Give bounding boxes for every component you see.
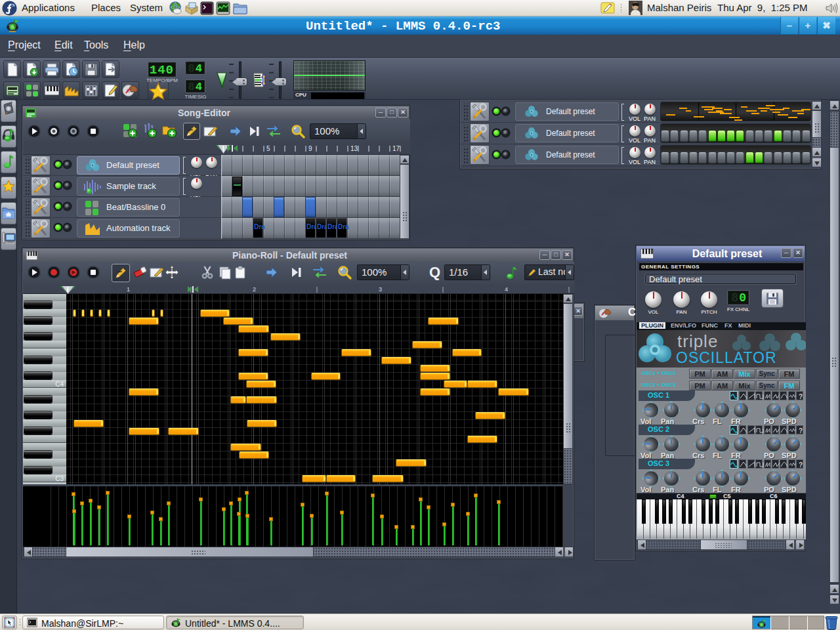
svg-text:?: ? [799, 393, 803, 400]
svg-text:?: ? [799, 427, 803, 434]
svg-text:triple: triple [677, 331, 718, 351]
svg-text:?: ? [799, 461, 803, 469]
svg-text:OSCILLATOR: OSCILLATOR [676, 349, 777, 366]
